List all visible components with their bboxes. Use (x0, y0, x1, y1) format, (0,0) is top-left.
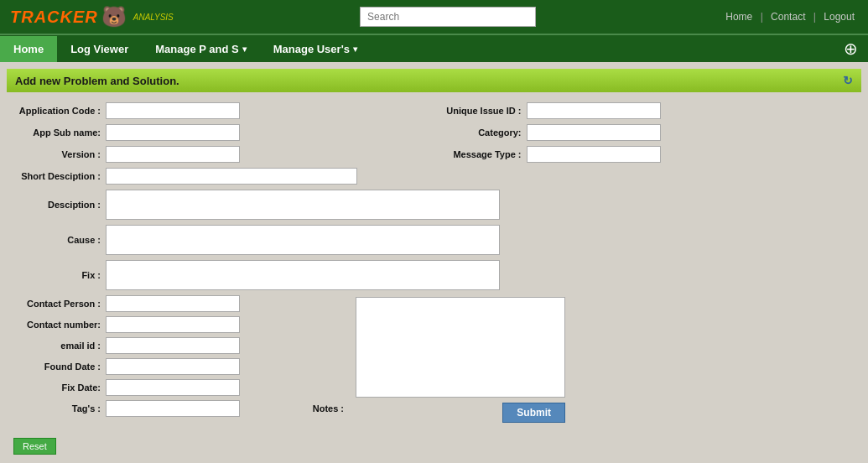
category-input[interactable] (527, 124, 661, 141)
fix-date-row: Fix Date: (13, 379, 349, 396)
contact-number-row: Contact number: (13, 316, 349, 333)
contact-link[interactable]: Contact (771, 11, 805, 23)
app-sub-name-group: App Sub name: (13, 124, 434, 141)
row-5: Desciption : (13, 190, 855, 220)
row-4: Short Desciption : (13, 168, 855, 185)
fix-label: Fix : (13, 270, 106, 280)
navbar: Home Log Viewer Manage P and S ▾ Manage … (0, 34, 868, 62)
form-container: Application Code : Unique Issue ID : App… (7, 99, 861, 431)
logo-icon: 🐻 (101, 5, 127, 29)
found-date-input[interactable] (106, 358, 240, 375)
nav-log-viewer[interactable]: Log Viewer (57, 36, 142, 62)
content: Add new Problem and Solution. ↻ Applicat… (0, 62, 868, 463)
version-input[interactable] (106, 146, 240, 163)
category-label: Category: (434, 127, 527, 138)
description-textarea[interactable] (106, 190, 500, 220)
reset-button[interactable]: Reset (13, 438, 56, 455)
app-sub-name-input[interactable] (106, 124, 240, 141)
email-id-label: email id : (13, 341, 106, 351)
contact-number-input[interactable] (106, 316, 240, 333)
contact-person-input[interactable] (106, 295, 240, 312)
message-type-input[interactable] (527, 146, 661, 163)
logout-link[interactable]: Logout (824, 11, 855, 23)
found-date-label: Found Date : (13, 362, 106, 372)
email-id-input[interactable] (106, 337, 240, 354)
logo-area: TRACKER 🐻 ANALYSIS (10, 5, 174, 29)
unique-issue-id-label: Unique Issue ID : (434, 106, 527, 116)
fix-date-label: Fix Date: (13, 382, 106, 393)
unique-issue-id-input[interactable] (527, 102, 661, 119)
version-label: Version : (13, 149, 106, 159)
message-type-group: Message Type : (434, 146, 855, 163)
contact-person-label: Contact Person : (13, 299, 106, 309)
contact-number-label: Contact number: (13, 320, 106, 330)
manage-ps-arrow: ▾ (242, 44, 247, 54)
email-row: email id : (13, 337, 349, 354)
row-2: App Sub name: Category: (13, 124, 855, 141)
row-8: Contact Person : Contact number: email i… (13, 295, 855, 423)
short-description-input[interactable] (106, 168, 357, 185)
row-3: Version : Message Type : (13, 146, 855, 163)
category-group: Category: (434, 124, 855, 141)
refresh-icon[interactable]: ↻ (843, 74, 853, 87)
fix-textarea[interactable] (106, 260, 500, 290)
help-icon[interactable]: ⊕ (834, 35, 868, 62)
contact-column: Contact Person : Contact number: email i… (13, 295, 349, 417)
app-code-group: Application Code : (13, 102, 434, 119)
tags-label: Tag's : (13, 403, 106, 414)
tags-input[interactable] (106, 400, 240, 417)
header: TRACKER 🐻 ANALYSIS Home | Contact | Logo… (0, 0, 868, 34)
row-1: Application Code : Unique Issue ID : (13, 102, 855, 119)
app-sub-name-label: App Sub name: (13, 127, 106, 138)
home-link[interactable]: Home (725, 11, 752, 23)
short-desc-group: Short Desciption : (13, 168, 855, 185)
found-date-row: Found Date : (13, 358, 349, 375)
version-group: Version : (13, 146, 434, 163)
notes-textarea[interactable] (356, 297, 565, 398)
description-label: Desciption : (13, 200, 106, 210)
top-nav-links: Home | Contact | Logout (722, 11, 858, 23)
logo-sub: ANALYSIS (133, 13, 174, 22)
search-input[interactable] (360, 7, 536, 27)
application-code-label: Application Code : (13, 106, 106, 116)
cause-textarea[interactable] (106, 225, 500, 255)
short-description-label: Short Desciption : (13, 171, 106, 181)
submit-button[interactable]: Submit (502, 403, 565, 423)
section-header: Add new Problem and Solution. ↻ (7, 69, 861, 92)
logo-text: TRACKER (10, 8, 98, 27)
cause-label: Cause : (13, 235, 106, 245)
application-code-input[interactable] (106, 102, 240, 119)
notes-group: Submit (356, 297, 565, 423)
nav-manage-users[interactable]: Manage User's ▾ (260, 36, 371, 62)
message-type-label: Message Type : (434, 149, 527, 159)
notes-label: Notes : (257, 403, 349, 414)
bottom-actions: Reset (7, 431, 861, 458)
search-area (360, 7, 536, 27)
tags-row: Tag's : Notes : (13, 400, 349, 417)
unique-issue-group: Unique Issue ID : (434, 102, 855, 119)
fix-date-input[interactable] (106, 379, 240, 396)
section-title: Add new Problem and Solution. (15, 75, 179, 87)
nav-manage-ps[interactable]: Manage P and S ▾ (142, 36, 259, 62)
row-6: Cause : (13, 225, 855, 255)
contact-person-row: Contact Person : (13, 295, 349, 312)
row-7: Fix : (13, 260, 855, 290)
nav-home[interactable]: Home (0, 36, 57, 62)
manage-users-arrow: ▾ (353, 44, 357, 54)
